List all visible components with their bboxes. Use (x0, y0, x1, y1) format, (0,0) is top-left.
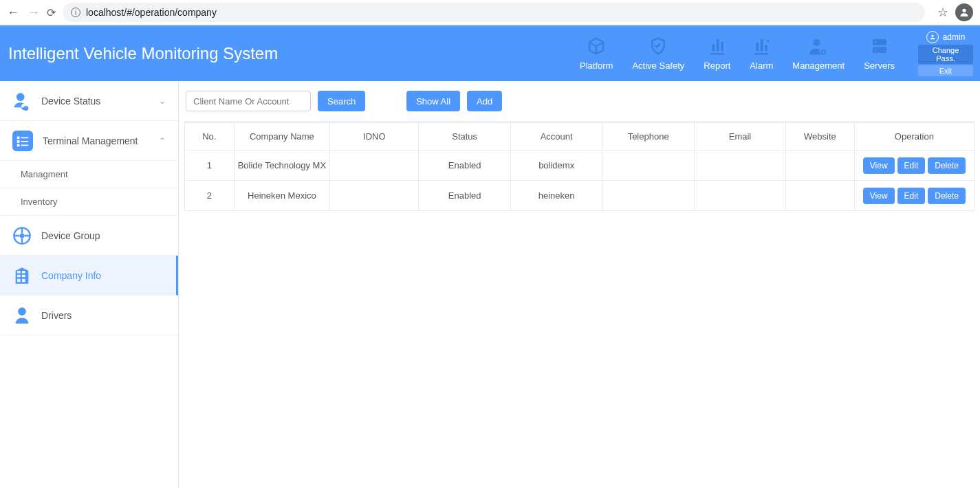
search-input[interactable] (186, 91, 311, 111)
svg-point-1 (814, 39, 820, 46)
nav-label: Alarm (750, 60, 773, 71)
chevron-down-icon: ⌄ (159, 96, 166, 106)
header-nav: Platform Active Safety Report Alarm Mana… (570, 25, 904, 81)
toolbar: Search Show All Add (179, 81, 980, 121)
add-button[interactable]: Add (467, 91, 502, 111)
info-icon: i (71, 8, 80, 17)
cell-email (694, 151, 785, 181)
shield-icon (648, 36, 668, 56)
svg-point-0 (962, 9, 966, 12)
cell-company: Heineken Mexico (234, 181, 330, 211)
svg-point-5 (874, 49, 876, 51)
cell-no: 2 (185, 181, 235, 211)
cell-account: bolidemx (510, 151, 602, 181)
table-header-row: No. Company Name IDNO Status Account Tel… (185, 123, 974, 151)
cell-account: heineken (510, 181, 602, 211)
nav-active-safety[interactable]: Active Safety (622, 25, 694, 81)
col-idno: IDNO (330, 123, 419, 151)
sidebar-item-terminal-management[interactable]: Terminal Management ⌃ (0, 121, 178, 161)
reload-button[interactable]: ⟳ (47, 6, 56, 19)
col-account: Account (510, 123, 602, 151)
cell-telephone (602, 181, 694, 211)
sidebar-item-company-info[interactable]: Company Info (0, 256, 178, 296)
change-password-link[interactable]: Change Pass. (918, 45, 973, 64)
nav-alarm[interactable]: Alarm (740, 25, 783, 81)
forward-button[interactable]: → (28, 5, 40, 20)
cell-operation: ViewEditDelete (854, 181, 974, 211)
content-area: Search Show All Add No. Company Name IDN… (179, 81, 980, 488)
cell-website (786, 181, 855, 211)
user-check-icon (12, 91, 32, 111)
edit-button[interactable]: Edit (897, 157, 926, 174)
url-bar[interactable]: i localhost/#/operation/company (63, 3, 925, 22)
nav-label: Platform (580, 60, 613, 71)
nav-label: Servers (864, 60, 895, 71)
chart-icon (707, 36, 728, 56)
sidebar-label: Device Status (41, 96, 100, 107)
table-container: No. Company Name IDNO Status Account Tel… (184, 121, 974, 488)
box-icon (586, 36, 607, 56)
cell-idno (330, 151, 419, 181)
server-icon (869, 36, 890, 56)
exit-link[interactable]: Exit (918, 65, 973, 76)
sidebar-label: Drivers (41, 310, 72, 321)
cell-company: Bolide Technology MX (234, 151, 330, 181)
sidebar-item-device-status[interactable]: Device Status ⌄ (0, 81, 178, 121)
alarm-icon (751, 36, 772, 56)
bookmark-icon[interactable]: ☆ (937, 5, 948, 20)
profile-icon[interactable] (955, 3, 973, 21)
url-text: localhost/#/operation/company (86, 7, 217, 18)
sidebar-item-inventory[interactable]: Inventory (0, 188, 178, 216)
sidebar-item-device-group[interactable]: Device Group (0, 216, 178, 256)
show-all-button[interactable]: Show All (406, 91, 460, 111)
list-icon (12, 131, 33, 151)
cell-status: Enabled (419, 151, 510, 181)
table-row: 2Heineken MexicoEnabledheinekenViewEditD… (185, 181, 974, 211)
app-header: Intelligent Vehicle Monitoring System Pl… (0, 25, 980, 81)
sidebar-label: Company Info (41, 270, 101, 281)
cell-website (786, 151, 855, 181)
col-no: No. (185, 123, 235, 151)
col-telephone: Telephone (602, 123, 694, 151)
user-gear-icon (808, 36, 829, 56)
user-avatar-icon (926, 31, 939, 43)
sidebar-item-managment[interactable]: Managment (0, 161, 178, 188)
cell-operation: ViewEditDelete (854, 151, 974, 181)
svg-point-9 (20, 233, 25, 238)
nav-management[interactable]: Management (783, 25, 854, 81)
cell-telephone (602, 151, 694, 181)
sidebar-label: Terminal Management (43, 135, 138, 146)
nav-report[interactable]: Report (694, 25, 740, 81)
back-button[interactable]: ← (7, 5, 19, 20)
svg-point-4 (874, 41, 876, 43)
sidebar-item-drivers[interactable]: Drivers (0, 296, 178, 335)
sidebar: Device Status ⌄ Terminal Management ⌃ Ma… (0, 81, 179, 488)
col-status: Status (419, 123, 510, 151)
sidebar-label: Device Group (41, 230, 100, 241)
building-icon (12, 266, 32, 285)
view-button[interactable]: View (863, 157, 895, 174)
search-button[interactable]: Search (318, 91, 365, 111)
cell-no: 1 (185, 151, 235, 181)
edit-button[interactable]: Edit (897, 188, 926, 204)
nav-label: Active Safety (632, 60, 684, 71)
col-company-name: Company Name (234, 123, 330, 151)
view-button[interactable]: View (863, 188, 895, 204)
svg-point-6 (931, 34, 933, 36)
steering-icon (12, 226, 32, 245)
cell-idno (330, 181, 419, 211)
delete-button[interactable]: Delete (928, 157, 966, 174)
svg-point-10 (18, 307, 26, 315)
sidebar-label: Managment (21, 169, 68, 179)
browser-toolbar: ← → ⟳ i localhost/#/operation/company ☆ (0, 0, 980, 25)
table-row: 1Bolide Technology MXEnabledbolidemxView… (185, 151, 974, 181)
col-email: Email (694, 123, 785, 151)
delete-button[interactable]: Delete (928, 188, 966, 204)
username-label: admin (943, 32, 966, 42)
nav-label: Management (792, 60, 845, 71)
company-table: No. Company Name IDNO Status Account Tel… (184, 122, 974, 211)
driver-icon (12, 306, 32, 325)
nav-platform[interactable]: Platform (570, 25, 622, 81)
col-operation: Operation (854, 123, 974, 151)
nav-servers[interactable]: Servers (854, 25, 904, 81)
